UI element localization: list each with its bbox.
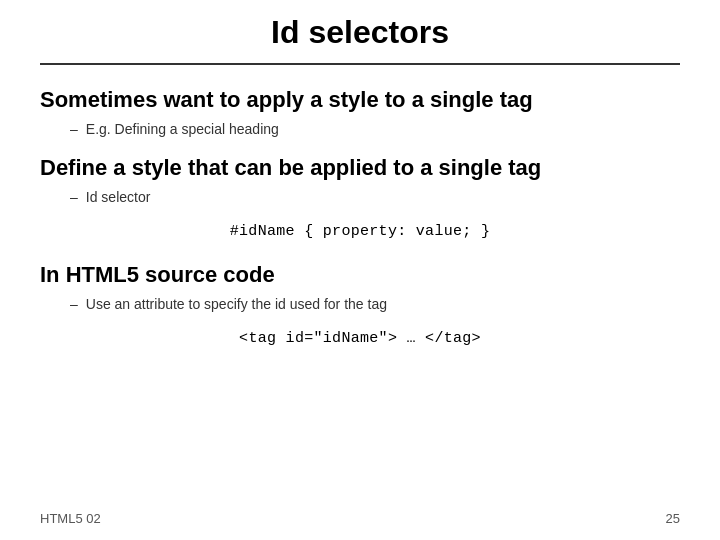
section1-heading: Sometimes want to apply a style to a sin…: [40, 87, 680, 113]
bullet-dash-1: –: [70, 121, 78, 137]
section3-heading: In HTML5 source code: [40, 262, 680, 288]
section2: Define a style that can be applied to a …: [40, 155, 680, 240]
bullet-dash-2: –: [70, 189, 78, 205]
section3-bullet: – Use an attribute to specify the id use…: [70, 296, 680, 312]
section2-heading: Define a style that can be applied to a …: [40, 155, 680, 181]
footer-right: 25: [666, 511, 680, 526]
slide: Id selectors Sometimes want to apply a s…: [0, 0, 720, 540]
bullet-dash-3: –: [70, 296, 78, 312]
section1: Sometimes want to apply a style to a sin…: [40, 87, 680, 137]
section2-code: #idName { property: value; }: [40, 223, 680, 240]
section2-bullet-text: Id selector: [86, 189, 151, 205]
section3-code: <tag id="idName"> … </tag>: [40, 330, 680, 347]
section1-bullet-text: E.g. Defining a special heading: [86, 121, 279, 137]
title-area: Id selectors: [40, 0, 680, 65]
section1-bullet: – E.g. Defining a special heading: [70, 121, 680, 137]
section3: In HTML5 source code – Use an attribute …: [40, 262, 680, 347]
footer-left: HTML5 02: [40, 511, 101, 526]
slide-title: Id selectors: [40, 14, 680, 51]
section3-bullet-text: Use an attribute to specify the id used …: [86, 296, 387, 312]
footer: HTML5 02 25: [40, 511, 680, 526]
section2-bullet: – Id selector: [70, 189, 680, 205]
